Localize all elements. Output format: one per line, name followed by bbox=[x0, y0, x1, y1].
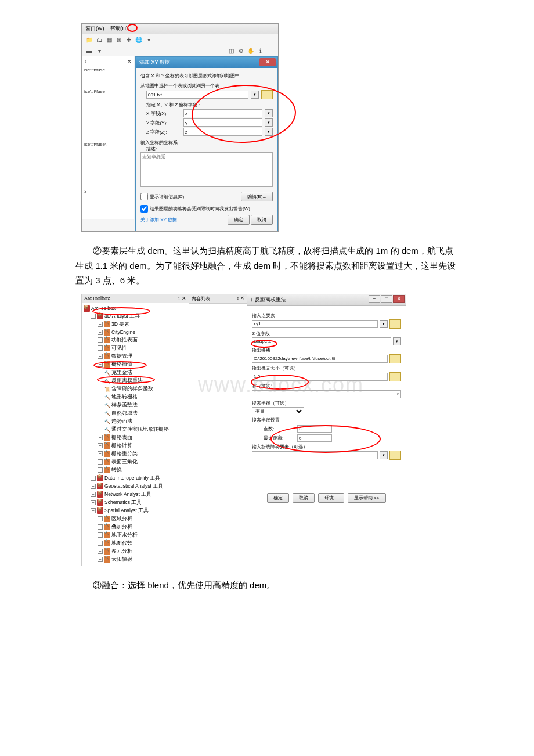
show-details-checkbox[interactable] bbox=[140, 193, 148, 200]
output-raster-input[interactable] bbox=[252, 355, 388, 363]
tree-tool-topo2raster-file[interactable]: 通过文件实现地形转栅格 bbox=[84, 426, 187, 434]
tree-tool-trend[interactable]: 趋势面法 bbox=[84, 417, 187, 426]
panel-controls[interactable]: ↕ ✕ bbox=[178, 296, 186, 301]
expand-icon[interactable]: + bbox=[98, 516, 103, 521]
grid-icon[interactable]: ▦ bbox=[105, 35, 113, 44]
edit-button[interactable]: 编辑(E)... bbox=[241, 192, 273, 201]
toc-item[interactable]: ise\tif\fuse\ bbox=[84, 142, 132, 147]
arrow-icon[interactable]: ▾ bbox=[145, 35, 153, 44]
dropdown-icon[interactable]: ▾ bbox=[380, 320, 388, 328]
dropdown-icon[interactable]: ▾ bbox=[380, 451, 388, 459]
expand-icon[interactable]: + bbox=[98, 322, 103, 327]
tree-node[interactable]: +区域分析 bbox=[84, 515, 187, 523]
tree-tool-kriging[interactable]: 克里金法 bbox=[84, 369, 187, 377]
points-input[interactable] bbox=[297, 425, 332, 433]
browse-button[interactable] bbox=[389, 354, 401, 363]
expand-icon[interactable]: + bbox=[98, 337, 103, 343]
toc-item[interactable]: 3 bbox=[84, 189, 132, 194]
tree-node-raster-interp[interactable]: −栅格插值 bbox=[84, 361, 187, 369]
maximize-button[interactable]: □ bbox=[381, 295, 392, 303]
tree-node[interactable]: +地图代数 bbox=[84, 539, 187, 548]
expand-icon[interactable]: + bbox=[91, 484, 96, 489]
tree-node[interactable]: +Data Interoperability 工具 bbox=[84, 474, 187, 483]
expand-icon[interactable]: + bbox=[98, 435, 103, 440]
dropdown-icon[interactable]: ▾ bbox=[393, 337, 401, 345]
environments-button[interactable]: 环境... bbox=[318, 493, 344, 503]
expand-icon[interactable]: + bbox=[98, 467, 103, 473]
info-icon[interactable]: ℹ bbox=[257, 46, 265, 55]
about-link[interactable]: 关于添加 XY 数据 bbox=[140, 217, 177, 223]
menu-window[interactable]: 窗口(W) bbox=[85, 26, 104, 31]
cancel-button[interactable]: 取消 bbox=[293, 493, 315, 503]
expand-icon[interactable]: + bbox=[98, 459, 103, 465]
dropdown-icon[interactable]: ▾ bbox=[95, 46, 103, 55]
layer-icon[interactable]: 🗂 bbox=[95, 35, 103, 44]
z-field-input[interactable] bbox=[252, 337, 391, 345]
toc-item[interactable]: ise\tif\fuse bbox=[84, 89, 132, 94]
show-help-button[interactable]: 显示帮助 >> bbox=[348, 493, 386, 503]
input-points-field[interactable] bbox=[252, 320, 378, 328]
tree-node[interactable]: +Geostatistical Analyst 工具 bbox=[84, 483, 187, 491]
tree-tool-idw[interactable]: 反距离权重法 bbox=[84, 377, 187, 385]
dropdown-icon[interactable]: ▾ bbox=[265, 118, 273, 127]
expand-icon[interactable]: + bbox=[98, 443, 103, 448]
coord-description[interactable]: 未知坐标系 bbox=[140, 152, 273, 187]
tree-node[interactable]: +CityEngine bbox=[84, 329, 187, 336]
cancel-button[interactable]: 取消 bbox=[251, 215, 273, 225]
expand-icon[interactable]: + bbox=[98, 330, 103, 335]
tree-node[interactable]: +数据管理 bbox=[84, 352, 187, 361]
barrier-input[interactable] bbox=[252, 451, 378, 459]
tree-tool-spline-barrier[interactable]: 含障碍的样条函数 bbox=[84, 385, 187, 393]
select-icon[interactable]: ◫ bbox=[227, 46, 235, 55]
close-button[interactable]: ✕ bbox=[393, 295, 405, 303]
expand-icon[interactable]: + bbox=[98, 549, 103, 554]
tree-node[interactable]: +太阳辐射 bbox=[84, 556, 187, 564]
z-field-input[interactable] bbox=[183, 128, 262, 136]
expand-icon[interactable]: + bbox=[98, 354, 103, 359]
toc-item[interactable]: ise\tif\fuse bbox=[84, 67, 132, 73]
dropdown-icon[interactable]: ▾ bbox=[265, 128, 273, 136]
close-icon[interactable]: ✕ bbox=[127, 59, 132, 64]
xy-icon[interactable]: ✚ bbox=[125, 35, 133, 44]
expand-icon[interactable]: + bbox=[98, 532, 103, 538]
browse-button[interactable] bbox=[389, 372, 401, 381]
table-input[interactable] bbox=[146, 91, 248, 99]
tree-node[interactable]: +Network Analyst 工具 bbox=[84, 491, 187, 499]
tree-node[interactable]: +栅格计算 bbox=[84, 442, 187, 450]
menu-help[interactable]: 帮助(H) bbox=[110, 26, 128, 31]
tree-node[interactable]: +表面三角化 bbox=[84, 458, 187, 466]
expand-icon[interactable]: + bbox=[91, 500, 96, 505]
expand-icon[interactable]: + bbox=[98, 541, 103, 546]
expand-icon[interactable]: + bbox=[98, 524, 103, 530]
expand-icon[interactable]: + bbox=[98, 557, 103, 562]
tree-node[interactable]: +3D 要素 bbox=[84, 321, 187, 329]
tree-tool-natural[interactable]: 自然邻域法 bbox=[84, 409, 187, 417]
browse-button[interactable] bbox=[389, 451, 401, 460]
radius-type-select[interactable]: 变量 bbox=[252, 407, 304, 415]
collapse-icon[interactable]: − bbox=[98, 362, 103, 367]
pan-icon[interactable]: ✋ bbox=[247, 46, 255, 55]
tree-node[interactable]: +地下水分析 bbox=[84, 531, 187, 539]
maxdist-input[interactable] bbox=[297, 434, 332, 442]
tree-node[interactable]: +栅格表面 bbox=[84, 434, 187, 442]
tree-tool-spline[interactable]: 样条函数法 bbox=[84, 401, 187, 409]
tree-tool-topo2raster[interactable]: 地形转栅格 bbox=[84, 393, 187, 401]
panel-controls[interactable]: ↕ ✕ bbox=[237, 296, 244, 301]
tree-node[interactable]: +转换 bbox=[84, 466, 187, 474]
tree-node[interactable]: +可见性 bbox=[84, 344, 187, 352]
dropdown-icon[interactable]: ▾ bbox=[251, 91, 259, 99]
x-field-input[interactable] bbox=[183, 109, 262, 117]
ok-button[interactable]: 确定 bbox=[228, 215, 250, 225]
tree-node-3d-analyst[interactable]: − 3D Analyst 工具 bbox=[84, 312, 187, 321]
layer-tool-icon[interactable]: ▬ bbox=[85, 46, 93, 55]
zoom-icon[interactable]: ⊕ bbox=[237, 46, 245, 55]
cellsize-input[interactable] bbox=[252, 373, 388, 381]
expand-icon[interactable]: + bbox=[98, 345, 103, 351]
tree-node[interactable]: +栅格重分类 bbox=[84, 450, 187, 458]
expand-icon[interactable]: + bbox=[91, 476, 96, 481]
tree-node[interactable]: +Schematics 工具 bbox=[84, 499, 187, 507]
minimize-button[interactable]: − bbox=[369, 295, 380, 303]
ok-button[interactable]: 确定 bbox=[267, 493, 289, 503]
collapse-icon[interactable]: − bbox=[91, 314, 96, 319]
warn-checkbox[interactable] bbox=[140, 205, 148, 213]
